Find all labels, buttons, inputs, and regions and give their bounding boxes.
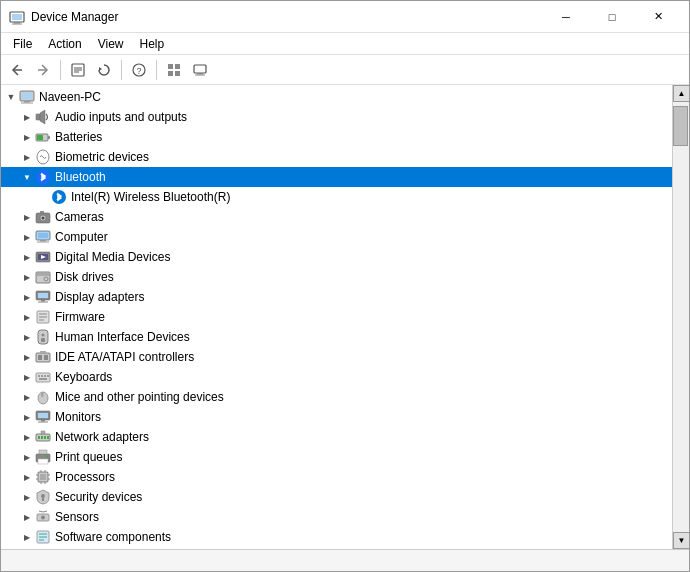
svg-rect-19: [195, 74, 205, 75]
expand-icon-disk[interactable]: ▶: [19, 269, 35, 285]
svg-rect-27: [37, 135, 43, 140]
expand-icon-software-comp[interactable]: ▶: [19, 529, 35, 545]
tree-item-biometric[interactable]: ▶ Biometric devices: [1, 147, 672, 167]
tb-view[interactable]: [162, 58, 186, 82]
scroll-up-button[interactable]: ▲: [673, 85, 689, 102]
expand-icon-computer[interactable]: ▶: [19, 229, 35, 245]
tree-item-batteries[interactable]: ▶ Batteries: [1, 127, 672, 147]
svg-rect-58: [44, 355, 48, 360]
expand-icon-ide[interactable]: ▶: [19, 349, 35, 365]
svg-rect-94: [42, 498, 44, 501]
toolbar: ?: [1, 55, 689, 85]
expand-icon-digital[interactable]: ▶: [19, 249, 35, 265]
root-computer-icon: [19, 89, 35, 105]
svg-rect-47: [41, 300, 45, 302]
tb-help[interactable]: ?: [127, 58, 151, 82]
item-label-sensors: Sensors: [55, 510, 99, 524]
item-icon-firmware: [35, 309, 51, 325]
menu-bar: File Action View Help: [1, 33, 689, 55]
tree-item-display[interactable]: ▶ Display adapters: [1, 287, 672, 307]
svg-rect-63: [44, 375, 46, 377]
tree-item-ide[interactable]: ▶ IDE ATA/ATAPI controllers: [1, 347, 672, 367]
item-icon-biometric: [35, 149, 51, 165]
toolbar-sep-3: [156, 60, 157, 80]
tree-item-security[interactable]: ▶ Security devices: [1, 487, 672, 507]
item-label-print: Print queues: [55, 450, 122, 464]
svg-rect-38: [37, 242, 49, 243]
tree-item-mice[interactable]: ▶ Mice and other pointing devices: [1, 387, 672, 407]
svg-rect-36: [38, 233, 48, 238]
tb-monitor[interactable]: [188, 58, 212, 82]
tree-item-cameras[interactable]: ▶ Cameras: [1, 207, 672, 227]
expand-icon-monitors[interactable]: ▶: [19, 409, 35, 425]
expand-icon-bluetooth[interactable]: ▼: [19, 169, 35, 185]
expand-icon-batteries[interactable]: ▶: [19, 129, 35, 145]
expand-icon-cameras[interactable]: ▶: [19, 209, 35, 225]
item-icon-digital: [35, 249, 51, 265]
tree-item-hid[interactable]: ▶ Human Interface Devices: [1, 327, 672, 347]
svg-rect-23: [21, 103, 33, 104]
window-controls: ─ □ ✕: [543, 1, 681, 33]
tree-item-disk[interactable]: ▶ Disk drives: [1, 267, 672, 287]
tb-update[interactable]: [92, 58, 116, 82]
menu-help[interactable]: Help: [132, 33, 173, 55]
svg-rect-13: [168, 64, 173, 69]
svg-rect-60: [36, 373, 50, 382]
tree-item-processors[interactable]: ▶ Processors: [1, 467, 672, 487]
expand-icon-mice[interactable]: ▶: [19, 389, 35, 405]
minimize-button[interactable]: ─: [543, 1, 589, 33]
menu-file[interactable]: File: [5, 33, 40, 55]
expand-icon-security[interactable]: ▶: [19, 489, 35, 505]
item-label-biometric: Biometric devices: [55, 150, 149, 164]
maximize-button[interactable]: □: [589, 1, 635, 33]
tree-item-print[interactable]: ▶ Print queues: [1, 447, 672, 467]
tree-item-keyboards[interactable]: ▶ Keyboards: [1, 367, 672, 387]
tree-item-software-comp[interactable]: ▶ Software components: [1, 527, 672, 547]
expand-icon-network[interactable]: ▶: [19, 429, 35, 445]
svg-rect-62: [41, 375, 43, 377]
svg-rect-72: [38, 422, 48, 423]
tree-item-computer[interactable]: ▶ Computer: [1, 227, 672, 247]
menu-action[interactable]: Action: [40, 33, 89, 55]
tree-item-digital[interactable]: ▶ Digital Media Devices: [1, 247, 672, 267]
app-icon: [9, 9, 25, 25]
expand-icon-audio[interactable]: ▶: [19, 109, 35, 125]
tree-root[interactable]: ▼ Naveen-PC: [1, 87, 672, 107]
vertical-scrollbar[interactable]: ▲ ▼: [672, 85, 689, 549]
tree-item-sensors[interactable]: ▶ Sensors: [1, 507, 672, 527]
item-icon-security: [35, 489, 51, 505]
svg-rect-74: [38, 436, 40, 439]
item-icon-hid: [35, 329, 51, 345]
tree-item-bt-device[interactable]: Intel(R) Wireless Bluetooth(R): [1, 187, 672, 207]
svg-point-33: [42, 217, 45, 220]
scroll-down-button[interactable]: ▼: [673, 532, 689, 549]
tb-properties[interactable]: [66, 58, 90, 82]
root-expand-icon[interactable]: ▼: [3, 89, 19, 105]
tree-items-container: ▶ Audio inputs and outputs ▶ Batteries ▶…: [1, 107, 672, 549]
tree-item-firmware[interactable]: ▶ Firmware: [1, 307, 672, 327]
expand-icon-biometric[interactable]: ▶: [19, 149, 35, 165]
item-icon-network: [35, 429, 51, 445]
device-tree[interactable]: ▼ Naveen-PC ▶ Audio inputs and outputs ▶: [1, 85, 672, 549]
expand-icon-display[interactable]: ▶: [19, 289, 35, 305]
svg-rect-55: [41, 338, 45, 342]
svg-rect-1: [12, 14, 22, 20]
scroll-track[interactable]: [673, 102, 689, 532]
tree-item-bluetooth[interactable]: ▼ Bluetooth: [1, 167, 672, 187]
tree-item-network[interactable]: ▶ Network adapters: [1, 427, 672, 447]
expand-icon-print[interactable]: ▶: [19, 449, 35, 465]
svg-rect-59: [40, 351, 46, 353]
tree-item-monitors[interactable]: ▶ Monitors: [1, 407, 672, 427]
close-button[interactable]: ✕: [635, 1, 681, 33]
expand-icon-firmware[interactable]: ▶: [19, 309, 35, 325]
tb-forward[interactable]: [31, 58, 55, 82]
tree-item-audio[interactable]: ▶ Audio inputs and outputs: [1, 107, 672, 127]
expand-icon-sensors[interactable]: ▶: [19, 509, 35, 525]
tb-back[interactable]: [5, 58, 29, 82]
expand-icon-hid[interactable]: ▶: [19, 329, 35, 345]
item-label-software-comp: Software components: [55, 530, 171, 544]
menu-view[interactable]: View: [90, 33, 132, 55]
expand-icon-processors[interactable]: ▶: [19, 469, 35, 485]
expand-icon-keyboards[interactable]: ▶: [19, 369, 35, 385]
scroll-thumb[interactable]: [673, 106, 688, 146]
